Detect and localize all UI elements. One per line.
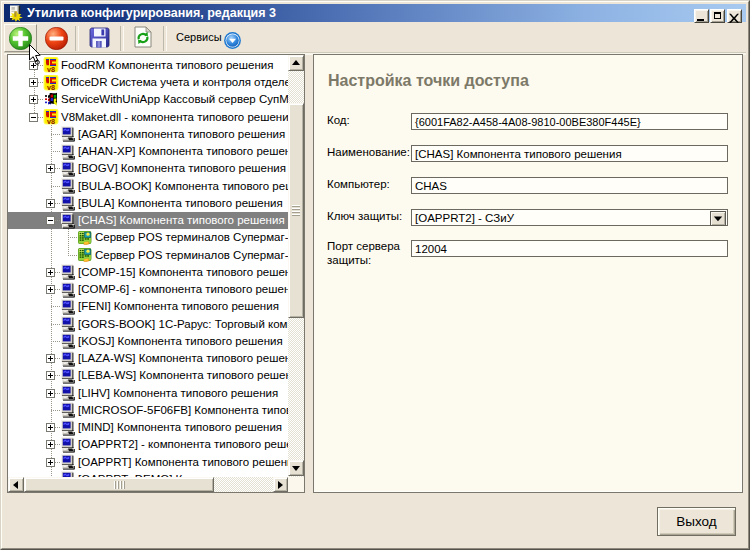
svg-text:v8: v8 <box>47 65 55 73</box>
svg-text:v8: v8 <box>47 82 55 90</box>
svg-text:v8: v8 <box>47 117 55 125</box>
